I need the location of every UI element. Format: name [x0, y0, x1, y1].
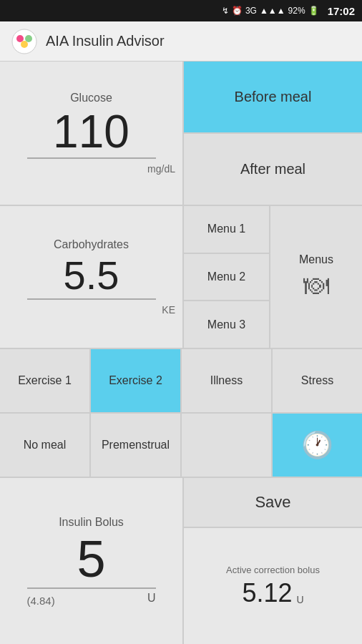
save-panel: Save Active correction bolus 5.12 U: [182, 478, 362, 644]
insulin-value-wrap: 5: [27, 533, 156, 589]
menu-2-button[interactable]: Menu 2: [184, 254, 269, 302]
clock-display: 17:02: [328, 5, 355, 17]
clock-icon: 🕐: [301, 430, 333, 460]
network-label: 3G: [245, 6, 257, 16]
carb-value-wrap: 5.5: [27, 255, 156, 300]
glucose-unit: mg/dL: [147, 163, 175, 175]
correction-row: 5.12 U: [242, 578, 303, 608]
alarm-icon: ⏰: [232, 6, 243, 16]
menu-3-button[interactable]: Menu 3: [184, 301, 269, 348]
exercise-1-button[interactable]: Exercise 1: [0, 349, 91, 412]
meal-buttons: Before meal After meal: [182, 62, 362, 205]
clock-button[interactable]: 🕐: [273, 414, 362, 477]
insulin-label: Insulin Bolus: [59, 516, 124, 529]
glucose-value: 110: [53, 109, 129, 155]
carb-value: 5.5: [64, 255, 119, 296]
app-title: AIA Insulin Advisor: [46, 33, 165, 49]
insulin-value: 5: [77, 533, 105, 585]
menus-panel[interactable]: Menus 🍽: [269, 206, 362, 348]
save-button[interactable]: Save: [184, 478, 362, 528]
insulin-unit: U: [147, 592, 156, 607]
exercise-row: Exercise 1 Exercise 2 Illness Stress: [0, 348, 362, 412]
after-meal-button[interactable]: After meal: [182, 132, 362, 205]
modifiers-row: No meal Premenstrual 🕐: [0, 412, 362, 477]
svg-point-1: [16, 35, 24, 42]
carb-unit: KE: [162, 304, 175, 316]
before-meal-button[interactable]: Before meal: [182, 62, 362, 132]
spacer-1: [182, 414, 273, 477]
insulin-sub-value: (4.84): [27, 595, 55, 607]
carb-panel: Carbohydrates 5.5 KE: [0, 206, 182, 348]
main-content: Glucose 110 mg/dL Before meal After meal…: [0, 62, 362, 644]
menu-1-button[interactable]: Menu 1: [184, 206, 269, 254]
correction-value: 5.12: [242, 578, 292, 608]
no-meal-button[interactable]: No meal: [0, 414, 91, 477]
svg-point-2: [25, 35, 32, 42]
correction-label: Active correction bolus: [226, 565, 320, 575]
menus-title: Menus: [299, 253, 333, 266]
insulin-panel: Insulin Bolus 5 (4.84) U: [0, 478, 182, 644]
status-icons: ↯ ⏰ 3G ▲▲▲ 92% 🔋: [222, 6, 319, 16]
correction-unit: U: [296, 594, 303, 608]
battery-icon: 🔋: [308, 6, 319, 16]
glucose-row: Glucose 110 mg/dL Before meal After meal: [0, 62, 362, 205]
signal-icon: ▲▲▲: [260, 6, 285, 16]
app-header: AIA Insulin Advisor: [0, 21, 362, 62]
menu-list: Menu 1 Menu 2 Menu 3: [184, 206, 269, 348]
premenstrual-button[interactable]: Premenstrual: [91, 414, 182, 477]
carb-row: Carbohydrates 5.5 KE Menu 1 Menu 2 Menu …: [0, 205, 362, 348]
app-logo: [11, 29, 37, 54]
battery-label: 92%: [288, 6, 305, 16]
insulin-row: Insulin Bolus 5 (4.84) U Save Active cor…: [0, 477, 362, 644]
stress-button[interactable]: Stress: [273, 349, 362, 412]
status-bar: ↯ ⏰ 3G ▲▲▲ 92% 🔋 17:02: [0, 0, 362, 21]
carb-label: Carbohydrates: [54, 238, 129, 251]
correction-panel: Active correction bolus 5.12 U: [184, 528, 362, 644]
glucose-panel: Glucose 110 mg/dL: [0, 62, 182, 205]
illness-button[interactable]: Illness: [182, 349, 273, 412]
menus-plate-icon: 🍽: [303, 270, 329, 301]
glucose-value-wrap: 110: [27, 109, 156, 159]
bluetooth-icon: ↯: [222, 6, 229, 16]
menu-panel: Menu 1 Menu 2 Menu 3 Menus 🍽: [182, 206, 362, 348]
svg-point-3: [21, 41, 28, 48]
glucose-label: Glucose: [70, 92, 112, 104]
exercise-2-button[interactable]: Exercise 2: [91, 349, 182, 412]
